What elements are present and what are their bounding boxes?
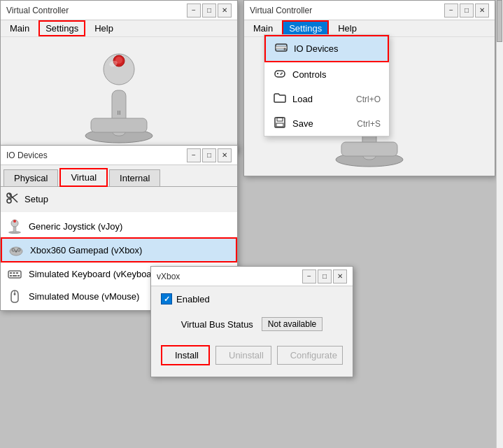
hdd-icon (274, 41, 288, 57)
svg-rect-42 (10, 275, 12, 276)
joystick-area: II (1, 37, 237, 152)
vkeyboard-label: Simulated Keyboard (vKeyboard) (29, 269, 163, 279)
dropdown-save-label: Save (292, 118, 313, 129)
install-button[interactable]: Install (161, 345, 210, 365)
dropdown-load-label: Load (292, 94, 313, 104)
configurate-button[interactable]: Configurate (277, 346, 343, 365)
setup-label: Setup (24, 194, 48, 204)
svg-rect-11 (275, 71, 285, 77)
bus-status-label: Virtual Bus Status (181, 319, 253, 330)
svg-rect-43 (13, 275, 17, 276)
dropdown-load[interactable]: Load Ctrl+O (264, 87, 389, 111)
vxbox-close-btn[interactable]: ✕ (333, 270, 347, 284)
vc2-title: Virtual Controller (250, 6, 312, 15)
vc-window-1: Virtual Controller − □ ✕ Main Settings H… (0, 0, 238, 153)
tab-internal-label: Internal (120, 173, 150, 183)
vjoy-label: Generic Joystick (vJoy) (29, 221, 122, 232)
tab-physical[interactable]: Physical (3, 169, 58, 186)
vxbox-dialog: vXbox − □ ✕ ✓ Enabled Virtual Bus Status… (150, 266, 353, 377)
io-title-bar: IO Devices − □ ✕ (1, 146, 237, 165)
svg-point-15 (281, 74, 282, 75)
folder-icon (273, 91, 287, 107)
vxbox-title-bar: vXbox − □ ✕ (151, 267, 353, 286)
vxbox-minimize-btn[interactable]: − (302, 270, 316, 284)
vc1-content: II (1, 37, 237, 152)
svg-point-46 (14, 293, 16, 295)
dropdown-controls-label: Controls (292, 69, 326, 80)
device-vxbox[interactable]: Xbox360 Gamepad (vXbox) (1, 237, 237, 262)
dropdown-io-label: IO Devices (294, 43, 339, 54)
svg-point-33 (13, 220, 16, 223)
close-btn-1[interactable]: ✕ (218, 4, 232, 18)
io-close-btn[interactable]: ✕ (218, 148, 232, 162)
vjoy-icon (6, 218, 23, 234)
svg-rect-41 (16, 272, 18, 274)
vc1-title: Virtual Controller (6, 6, 69, 15)
io-title-controls: − □ ✕ (187, 148, 232, 162)
load-shortcut: Ctrl+O (356, 94, 381, 104)
svg-rect-39 (10, 272, 12, 274)
minimize-btn-2[interactable]: − (444, 4, 458, 18)
tab-internal[interactable]: Internal (109, 169, 160, 186)
vxbox-icon (8, 241, 24, 258)
tab-physical-label: Physical (14, 173, 48, 183)
vxbox-title-controls: − □ ✕ (302, 270, 347, 284)
device-vjoy[interactable]: Generic Joystick (vJoy) (1, 215, 237, 237)
menu-bar-1: Main Settings Help (1, 20, 237, 37)
joystick-image: II (77, 48, 161, 146)
svg-point-14 (281, 73, 283, 74)
scrollbar-thumb[interactable] (497, 0, 502, 42)
minimize-btn-1[interactable]: − (187, 4, 201, 18)
menu-help-2[interactable]: Help (332, 21, 363, 36)
close-btn-2[interactable]: ✕ (475, 4, 489, 18)
dropdown-io-devices[interactable]: IO Devices (264, 35, 389, 62)
vmouse-label: Simulated Mouse (vMouse) (29, 291, 139, 302)
vc-window-2: Virtual Controller − □ ✕ Main Settings H… (243, 0, 495, 176)
gamepad-icon-menu (273, 66, 287, 83)
menu-settings-1[interactable]: Settings (38, 20, 85, 36)
svg-rect-25 (341, 142, 397, 156)
title-bar-2: Virtual Controller − □ ✕ (244, 1, 495, 20)
enabled-row: ✓ Enabled (151, 286, 353, 312)
dropdown-save[interactable]: Save Ctrl+S (264, 111, 389, 136)
vxbox-maximize-btn[interactable]: □ (318, 270, 332, 284)
scissors-icon (6, 191, 20, 207)
title-controls-1: − □ ✕ (187, 4, 232, 18)
dropdown-controls[interactable]: Controls (264, 62, 389, 87)
enabled-label: Enabled (176, 294, 210, 304)
menu-main-1[interactable]: Main (3, 21, 36, 36)
io-maximize-btn[interactable]: □ (202, 148, 216, 162)
tab-virtual[interactable]: Virtual (59, 168, 108, 187)
svg-rect-18 (276, 123, 283, 127)
save-icon (273, 115, 287, 132)
svg-rect-40 (13, 272, 15, 274)
vxbox-title-left: vXbox (157, 272, 180, 281)
maximize-btn-1[interactable]: □ (202, 4, 216, 18)
io-title-left: IO Devices (6, 150, 48, 160)
io-minimize-btn[interactable]: − (187, 148, 201, 162)
setup-section: Setup (1, 187, 237, 212)
svg-rect-6 (91, 118, 147, 132)
svg-point-37 (15, 251, 17, 253)
vxbox-button-row: Install Uninstall Configurate (151, 337, 353, 377)
svg-point-10 (284, 48, 286, 50)
settings-dropdown: IO Devices Controls Load Ctrl+O Save Ctr… (264, 34, 390, 136)
vkeyboard-icon (6, 265, 23, 282)
save-shortcut: Ctrl+S (357, 119, 381, 129)
io-title-text: IO Devices (6, 150, 48, 160)
svg-rect-44 (17, 275, 20, 276)
bus-status-value: Not available (262, 317, 323, 331)
io-tab-bar: Physical Virtual Internal (1, 165, 237, 187)
vmouse-icon (6, 288, 23, 304)
svg-text:II: II (117, 109, 120, 116)
uninstall-button[interactable]: Uninstall (215, 346, 271, 365)
menu-main-2[interactable]: Main (247, 21, 279, 36)
maximize-btn-2[interactable]: □ (460, 4, 474, 18)
menu-help-1[interactable]: Help (88, 21, 120, 36)
title-bar-left-1: Virtual Controller (6, 6, 69, 15)
tab-virtual-label: Virtual (71, 172, 97, 183)
title-bar-1: Virtual Controller − □ ✕ (1, 1, 237, 20)
enabled-checkbox[interactable]: ✓ (161, 293, 172, 304)
bus-status-row: Virtual Bus Status Not available (151, 312, 353, 337)
vxbox-label: Xbox360 Gamepad (vXbox) (30, 245, 142, 255)
